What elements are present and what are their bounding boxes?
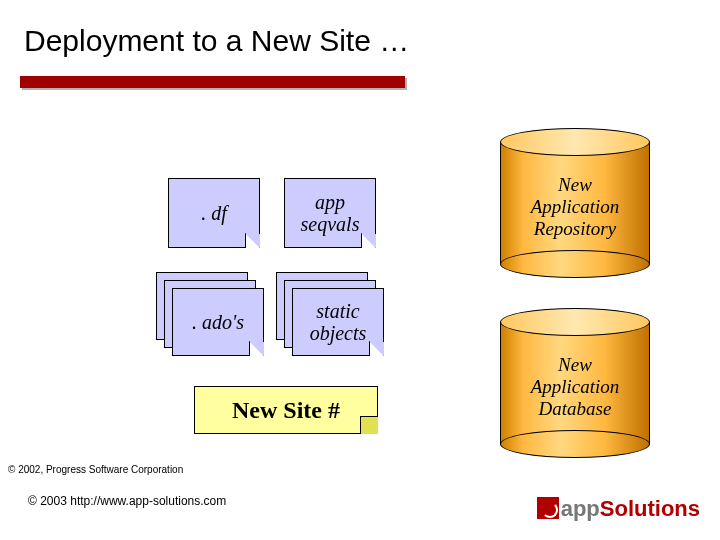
cylinder-repository-label: New Application Repository [500,174,650,240]
logo-part1: app [561,496,600,521]
file-static-label: static objects [293,289,383,355]
file-df-label: . df [169,179,259,247]
sticky-label: New Site # [232,397,340,424]
slide-title: Deployment to a New Site … [24,24,409,58]
file-static: static objects [292,288,384,356]
file-ados: . ado's [172,288,264,356]
sticky-dogear-corner [360,416,378,434]
file-seqvals-label: app seqvals [285,179,375,247]
footer-copyright-1: © 2002, Progress Software Corporation [8,464,183,475]
appsolutions-logo: appSolutions [537,496,700,522]
sticky-new-site: New Site # [194,386,378,434]
title-underline [20,76,405,88]
footer-copyright-2: © 2003 http://www.app-solutions.com [28,494,226,508]
cylinder-database-label: New Application Database [500,354,650,420]
cylinder-repository: New Application Repository [500,128,650,278]
logo-part2: Solutions [600,496,700,521]
file-ados-label: . ado's [173,289,263,355]
cylinder-database: New Application Database [500,308,650,458]
file-df: . df [168,178,260,248]
file-seqvals: app seqvals [284,178,376,248]
logo-icon [537,497,559,519]
